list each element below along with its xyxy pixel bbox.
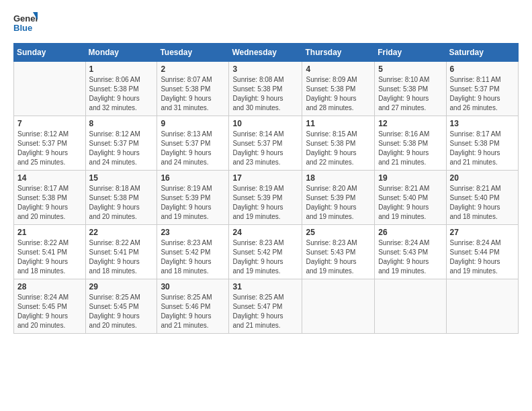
- day-info: Sunrise: 8:12 AM Sunset: 5:37 PM Dayligh…: [89, 130, 154, 167]
- day-number: 8: [89, 119, 154, 128]
- calendar-cell: [446, 279, 518, 334]
- main-container: General Blue SundayMondayTuesdayWednesda…: [0, 0, 532, 340]
- day-number: 23: [161, 228, 225, 237]
- calendar-cell: 11Sunrise: 8:15 AM Sunset: 5:38 PM Dayli…: [302, 116, 375, 171]
- calendar-cell: 15Sunrise: 8:18 AM Sunset: 5:38 PM Dayli…: [85, 171, 157, 225]
- day-number: 15: [89, 173, 154, 183]
- logo: General Blue: [13, 11, 38, 35]
- day-number: 13: [450, 119, 515, 128]
- day-info: Sunrise: 8:25 AM Sunset: 5:47 PM Dayligh…: [232, 293, 298, 330]
- header: General Blue: [13, 11, 519, 35]
- day-info: Sunrise: 8:09 AM Sunset: 5:38 PM Dayligh…: [306, 75, 371, 113]
- day-info: Sunrise: 8:12 AM Sunset: 5:37 PM Dayligh…: [17, 130, 82, 167]
- calendar-cell: 18Sunrise: 8:20 AM Sunset: 5:39 PM Dayli…: [302, 171, 375, 225]
- day-number: 6: [450, 64, 515, 74]
- calendar-cell: 30Sunrise: 8:25 AM Sunset: 5:46 PM Dayli…: [157, 279, 229, 334]
- calendar-cell: 3Sunrise: 8:08 AM Sunset: 5:38 PM Daylig…: [229, 62, 302, 116]
- day-info: Sunrise: 8:21 AM Sunset: 5:40 PM Dayligh…: [378, 184, 442, 222]
- calendar-cell: 31Sunrise: 8:25 AM Sunset: 5:47 PM Dayli…: [229, 279, 302, 334]
- day-info: Sunrise: 8:08 AM Sunset: 5:38 PM Dayligh…: [232, 75, 298, 113]
- calendar-cell: 13Sunrise: 8:17 AM Sunset: 5:38 PM Dayli…: [446, 116, 518, 171]
- day-number: 24: [232, 228, 298, 237]
- calendar-cell: 6Sunrise: 8:11 AM Sunset: 5:37 PM Daylig…: [446, 62, 518, 116]
- day-number: 27: [450, 228, 515, 237]
- day-info: Sunrise: 8:10 AM Sunset: 5:38 PM Dayligh…: [378, 75, 442, 113]
- calendar-cell: 9Sunrise: 8:13 AM Sunset: 5:37 PM Daylig…: [157, 116, 229, 171]
- day-number: 2: [161, 64, 225, 74]
- day-number: 19: [378, 173, 442, 183]
- day-number: 9: [161, 119, 225, 128]
- calendar-cell: 20Sunrise: 8:21 AM Sunset: 5:40 PM Dayli…: [446, 171, 518, 225]
- calendar-cell: 28Sunrise: 8:24 AM Sunset: 5:45 PM Dayli…: [14, 279, 86, 334]
- day-info: Sunrise: 8:19 AM Sunset: 5:39 PM Dayligh…: [232, 184, 298, 222]
- calendar-cell: [14, 62, 86, 116]
- day-number: 31: [232, 282, 298, 291]
- day-info: Sunrise: 8:11 AM Sunset: 5:37 PM Dayligh…: [450, 75, 515, 113]
- day-info: Sunrise: 8:17 AM Sunset: 5:38 PM Dayligh…: [450, 130, 515, 167]
- logo-icon: General Blue: [13, 11, 38, 35]
- day-number: 16: [161, 173, 225, 183]
- calendar-cell: 4Sunrise: 8:09 AM Sunset: 5:38 PM Daylig…: [302, 62, 375, 116]
- calendar-cell: 1Sunrise: 8:06 AM Sunset: 5:38 PM Daylig…: [85, 62, 157, 116]
- day-number: 7: [17, 119, 82, 128]
- day-info: Sunrise: 8:20 AM Sunset: 5:39 PM Dayligh…: [306, 184, 371, 222]
- calendar-body: 1Sunrise: 8:06 AM Sunset: 5:38 PM Daylig…: [14, 62, 519, 334]
- svg-text:Blue: Blue: [13, 23, 32, 33]
- day-number: 11: [306, 119, 371, 128]
- day-info: Sunrise: 8:14 AM Sunset: 5:37 PM Dayligh…: [232, 130, 298, 167]
- day-info: Sunrise: 8:22 AM Sunset: 5:41 PM Dayligh…: [17, 238, 82, 276]
- day-info: Sunrise: 8:25 AM Sunset: 5:46 PM Dayligh…: [161, 293, 225, 330]
- calendar-cell: 24Sunrise: 8:23 AM Sunset: 5:42 PM Dayli…: [229, 225, 302, 279]
- calendar-week-row: 7Sunrise: 8:12 AM Sunset: 5:37 PM Daylig…: [14, 116, 519, 171]
- day-number: 18: [306, 173, 371, 183]
- calendar-header-cell: Tuesday: [157, 44, 229, 62]
- calendar-header-row: SundayMondayTuesdayWednesdayThursdayFrid…: [14, 44, 519, 62]
- calendar-cell: 27Sunrise: 8:24 AM Sunset: 5:44 PM Dayli…: [446, 225, 518, 279]
- calendar-week-row: 28Sunrise: 8:24 AM Sunset: 5:45 PM Dayli…: [14, 279, 519, 334]
- calendar-cell: 19Sunrise: 8:21 AM Sunset: 5:40 PM Dayli…: [375, 171, 446, 225]
- calendar-cell: 21Sunrise: 8:22 AM Sunset: 5:41 PM Dayli…: [14, 225, 86, 279]
- day-number: 26: [378, 228, 442, 237]
- day-number: 3: [232, 64, 298, 74]
- calendar-header-cell: Saturday: [446, 44, 518, 62]
- day-number: 1: [89, 64, 154, 74]
- day-info: Sunrise: 8:22 AM Sunset: 5:41 PM Dayligh…: [89, 238, 154, 276]
- logo-wrapper: General Blue: [13, 11, 38, 35]
- day-info: Sunrise: 8:23 AM Sunset: 5:42 PM Dayligh…: [232, 238, 298, 276]
- calendar-cell: 2Sunrise: 8:07 AM Sunset: 5:38 PM Daylig…: [157, 62, 229, 116]
- day-number: 14: [17, 173, 82, 183]
- day-info: Sunrise: 8:23 AM Sunset: 5:42 PM Dayligh…: [161, 238, 225, 276]
- svg-text:General: General: [13, 13, 38, 24]
- calendar-cell: 5Sunrise: 8:10 AM Sunset: 5:38 PM Daylig…: [375, 62, 446, 116]
- day-number: 4: [306, 64, 371, 74]
- day-info: Sunrise: 8:13 AM Sunset: 5:37 PM Dayligh…: [161, 130, 225, 167]
- calendar-table: SundayMondayTuesdayWednesdayThursdayFrid…: [13, 43, 519, 334]
- calendar-cell: 10Sunrise: 8:14 AM Sunset: 5:37 PM Dayli…: [229, 116, 302, 171]
- calendar-cell: 25Sunrise: 8:23 AM Sunset: 5:43 PM Dayli…: [302, 225, 375, 279]
- day-info: Sunrise: 8:24 AM Sunset: 5:45 PM Dayligh…: [17, 293, 82, 330]
- day-info: Sunrise: 8:23 AM Sunset: 5:43 PM Dayligh…: [306, 238, 371, 276]
- calendar-cell: [302, 279, 375, 334]
- calendar-cell: 23Sunrise: 8:23 AM Sunset: 5:42 PM Dayli…: [157, 225, 229, 279]
- day-info: Sunrise: 8:07 AM Sunset: 5:38 PM Dayligh…: [161, 75, 225, 113]
- calendar-header-cell: Friday: [375, 44, 446, 62]
- calendar-cell: 26Sunrise: 8:24 AM Sunset: 5:43 PM Dayli…: [375, 225, 446, 279]
- calendar-header-cell: Monday: [85, 44, 157, 62]
- calendar-cell: 14Sunrise: 8:17 AM Sunset: 5:38 PM Dayli…: [14, 171, 86, 225]
- calendar-cell: 29Sunrise: 8:25 AM Sunset: 5:45 PM Dayli…: [85, 279, 157, 334]
- day-number: 21: [17, 228, 82, 237]
- day-info: Sunrise: 8:21 AM Sunset: 5:40 PM Dayligh…: [450, 184, 515, 222]
- day-info: Sunrise: 8:06 AM Sunset: 5:38 PM Dayligh…: [89, 75, 154, 113]
- calendar-cell: 8Sunrise: 8:12 AM Sunset: 5:37 PM Daylig…: [85, 116, 157, 171]
- day-number: 17: [232, 173, 298, 183]
- day-info: Sunrise: 8:25 AM Sunset: 5:45 PM Dayligh…: [89, 293, 154, 330]
- calendar-cell: 22Sunrise: 8:22 AM Sunset: 5:41 PM Dayli…: [85, 225, 157, 279]
- day-number: 5: [378, 64, 442, 74]
- day-info: Sunrise: 8:17 AM Sunset: 5:38 PM Dayligh…: [17, 184, 82, 222]
- day-info: Sunrise: 8:18 AM Sunset: 5:38 PM Dayligh…: [89, 184, 154, 222]
- calendar-header-cell: Sunday: [14, 44, 86, 62]
- day-info: Sunrise: 8:24 AM Sunset: 5:44 PM Dayligh…: [450, 238, 515, 276]
- day-number: 25: [306, 228, 371, 237]
- calendar-header-cell: Thursday: [302, 44, 375, 62]
- day-number: 20: [450, 173, 515, 183]
